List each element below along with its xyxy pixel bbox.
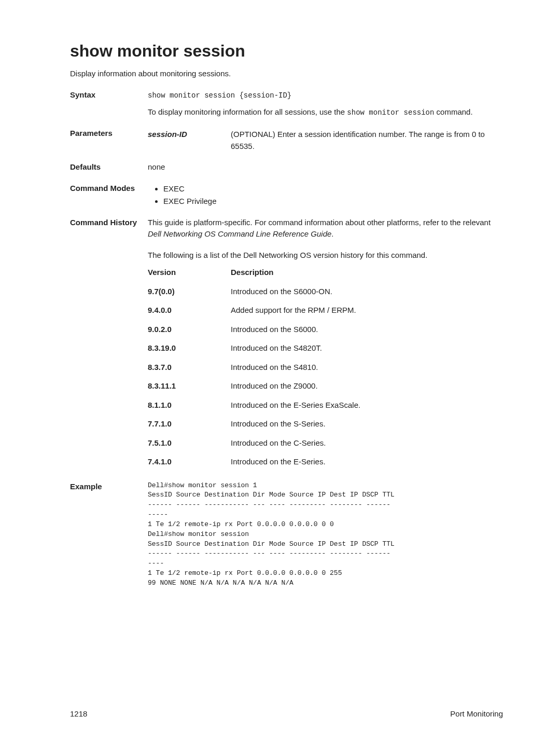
page-title: show monitor session xyxy=(70,42,503,61)
table-row: 7.7.1.0Introduced on the S-Series. xyxy=(148,415,503,434)
defaults-label: Defaults xyxy=(70,161,148,171)
table-row: 8.3.19.0Introduced on the S4820T. xyxy=(148,339,503,358)
table-row: 7.4.1.0Introduced on the E-Series. xyxy=(148,452,503,472)
table-row: 8.3.11.1Introduced on the Z9000. xyxy=(148,377,503,396)
syntax-note-mono: show monitor session xyxy=(347,108,434,117)
syntax-row: Syntax show monitor session {session-ID}… xyxy=(70,89,503,118)
mode-item: EXEC Privilege xyxy=(163,195,503,208)
table-row: 8.3.7.0Introduced on the S4810. xyxy=(148,358,503,377)
table-row: 8.1.1.0Introduced on the E-Series ExaSca… xyxy=(148,396,503,415)
param-name: session-ID xyxy=(148,129,231,141)
page-footer: 1218 Port Monitoring xyxy=(70,709,503,718)
command-history-label: Command History xyxy=(70,217,148,227)
parameters-label: Parameters xyxy=(70,128,148,137)
example-output: Dell#show monitor session 1 SessID Sourc… xyxy=(148,481,503,588)
defaults-value: none xyxy=(148,161,503,173)
th-description: Description xyxy=(231,263,503,282)
example-label: Example xyxy=(70,481,148,491)
footer-section: Port Monitoring xyxy=(450,709,503,718)
parameters-row: Parameters session-ID (OPTIONAL) Enter a… xyxy=(70,128,503,152)
page-number: 1218 xyxy=(70,709,87,718)
command-modes-list: EXEC EXEC Privilege xyxy=(148,183,503,208)
syntax-note-suffix: command. xyxy=(434,107,472,116)
syntax-label: Syntax xyxy=(70,89,148,99)
mode-item: EXEC xyxy=(163,183,503,195)
defaults-row: Defaults none xyxy=(70,161,503,173)
syntax-note-prefix: To display monitoring information for al… xyxy=(148,107,347,116)
example-row: Example Dell#show monitor session 1 Sess… xyxy=(70,481,503,588)
command-modes-row: Command Modes EXEC EXEC Privilege xyxy=(70,183,503,208)
table-row: 7.5.1.0Introduced on the C-Series. xyxy=(148,434,503,453)
command-history-row: Command History This guide is platform-s… xyxy=(70,217,503,472)
history-para2: The following is a list of the Dell Netw… xyxy=(148,250,503,261)
table-row: 9.4.0.0Added support for the RPM / ERPM. xyxy=(148,301,503,320)
intro-text: Display information about monitoring ses… xyxy=(70,69,503,78)
syntax-content: show monitor session {session-ID} To dis… xyxy=(148,89,503,118)
syntax-command: show monitor session {session-ID} xyxy=(148,91,291,100)
param-desc: (OPTIONAL) Enter a session identificatio… xyxy=(231,129,503,152)
th-version: Version xyxy=(148,263,231,282)
history-para1: This guide is platform-specific. For com… xyxy=(148,217,503,240)
table-row: 9.0.2.0Introduced on the S6000. xyxy=(148,320,503,339)
command-modes-label: Command Modes xyxy=(70,183,148,192)
table-row: 9.7(0.0)Introduced on the S6000-ON. xyxy=(148,282,503,301)
version-history-table: Version Description 9.7(0.0)Introduced o… xyxy=(148,263,503,472)
